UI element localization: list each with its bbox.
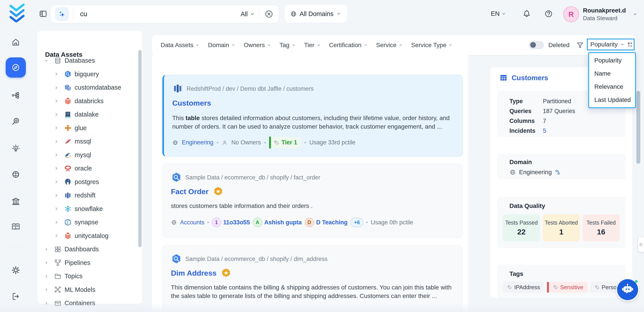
filter-chip[interactable]: Tag: [280, 42, 296, 49]
owner[interactable]: D D Teaching: [305, 218, 348, 227]
tree-item-mysql[interactable]: mysql: [37, 148, 136, 162]
insights-nav[interactable]: [6, 138, 26, 159]
result-card-fact-order[interactable]: Sample Data / ecommerce_db / shopify / f…: [162, 164, 462, 238]
tree-chevron-icon[interactable]: [54, 85, 59, 90]
home-nav[interactable]: [6, 32, 26, 52]
tree-item-dashboards[interactable]: Dashboards: [37, 243, 136, 256]
lineage-nav[interactable]: [6, 85, 26, 105]
sort-option[interactable]: Name: [589, 67, 635, 80]
tree-chevron-icon[interactable]: [54, 71, 59, 77]
filter-chip[interactable]: Owners: [244, 42, 271, 49]
global-search[interactable]: cu All: [50, 5, 279, 23]
language-select[interactable]: EN: [491, 10, 506, 17]
sidebar-toggle-icon[interactable]: [38, 9, 48, 19]
user-avatar[interactable]: R: [563, 6, 579, 22]
tree-chevron-icon[interactable]: [54, 152, 59, 158]
tag-pill[interactable]: IPAddress: [503, 282, 544, 293]
user-menu[interactable]: R Rounakpreet.d Data Steward: [563, 6, 638, 22]
filter-chip[interactable]: Domain: [208, 42, 235, 49]
tree-chevron-icon[interactable]: [54, 98, 59, 104]
tree-item-mssql[interactable]: mssql: [37, 135, 136, 148]
domains-nav[interactable]: [6, 164, 26, 185]
asset-title[interactable]: Customers: [172, 99, 211, 107]
preview-title[interactable]: Customers: [512, 74, 548, 82]
tree-chevron-icon[interactable]: [54, 166, 59, 171]
search-input[interactable]: cu: [80, 10, 87, 18]
result-card-dim-address[interactable]: Sample Data / ecommerce_db / shopify / d…: [162, 245, 462, 312]
tree-chevron-icon[interactable]: [44, 260, 49, 265]
tree-item-pipelines[interactable]: Pipelines: [37, 256, 136, 270]
filter-chip[interactable]: Service Type: [411, 42, 453, 49]
clear-search-icon[interactable]: [264, 9, 274, 19]
tree-item-snowflake[interactable]: snowflake: [37, 202, 136, 216]
tree-chevron-icon[interactable]: [44, 247, 49, 252]
tree-chevron-icon[interactable]: [54, 139, 59, 144]
lineage-link-icon[interactable]: [555, 169, 560, 175]
tree-chevron-icon[interactable]: [44, 58, 49, 63]
explore-nav[interactable]: [6, 57, 26, 78]
tree-item-redshift[interactable]: redshift: [37, 189, 136, 202]
owner[interactable]: A Ashish gupta: [253, 218, 302, 227]
dq-tile[interactable]: Tests Failed 16: [582, 214, 620, 241]
ai-chat-button[interactable]: [617, 279, 638, 300]
tree-item-customdatabase[interactable]: customdatabase: [37, 81, 136, 94]
sort-option[interactable]: Relevance: [589, 80, 635, 93]
filter-chip[interactable]: Tier: [304, 42, 321, 49]
tree-item-synapse[interactable]: synapse: [37, 216, 136, 229]
dq-tile[interactable]: Tests Aborted 1: [543, 214, 580, 241]
owner-avatar: D: [305, 218, 314, 227]
asset-title[interactable]: Dim Address: [171, 269, 216, 277]
asset-title[interactable]: Fact Order: [171, 187, 208, 196]
tree-chevron-icon[interactable]: [44, 274, 49, 279]
glossary-nav[interactable]: [6, 216, 26, 237]
filter-chip[interactable]: Data Assets: [160, 42, 200, 49]
tree-item-topics[interactable]: Topics: [37, 269, 136, 283]
tree-chevron-icon[interactable]: [54, 193, 59, 198]
tier-badge[interactable]: Tier 1: [271, 137, 301, 148]
tree-item-bigquery[interactable]: bigquery: [37, 68, 136, 81]
tree-item-databases[interactable]: Databases: [37, 54, 136, 68]
page-scrollbar[interactable]: [636, 91, 640, 164]
tree-scrollbar[interactable]: [138, 50, 142, 247]
tree-chevron-icon[interactable]: [54, 179, 59, 185]
search-scope-select[interactable]: All: [241, 11, 248, 18]
ai-sparkle-icon[interactable]: [55, 8, 68, 21]
deleted-toggle[interactable]: [529, 41, 544, 49]
owner[interactable]: 1 11o33o55: [212, 218, 250, 227]
notifications-bell-icon[interactable]: [522, 9, 531, 19]
tree-item-databricks[interactable]: databricks: [37, 94, 136, 108]
more-owners-chip[interactable]: +6: [350, 218, 363, 227]
sort-az-icon[interactable]: [627, 41, 634, 48]
tree-item-unitycatalog[interactable]: unitycatalog: [37, 229, 136, 243]
tag-pill[interactable]: Sensitive: [549, 282, 588, 293]
domain-link[interactable]: Accounts: [180, 219, 204, 226]
edge-tab-handle[interactable]: [638, 237, 644, 252]
settings-nav[interactable]: [6, 260, 26, 280]
tree-item-postgres[interactable]: postgres: [37, 175, 136, 189]
tree-chevron-icon[interactable]: [54, 233, 59, 238]
search-scope-chevron-icon[interactable]: [250, 11, 255, 17]
tree-chevron-icon[interactable]: [54, 206, 59, 211]
result-card-customers[interactable]: RedshiftProd / dev / Demo dbt Jaffle / c…: [162, 75, 462, 157]
tree-chevron-icon[interactable]: [44, 287, 49, 292]
help-icon[interactable]: [544, 9, 553, 19]
filter-funnel-icon[interactable]: [576, 41, 584, 49]
tree-item-datalake[interactable]: datalake: [37, 108, 136, 121]
sort-option[interactable]: Last Updated: [589, 93, 635, 106]
sort-option[interactable]: Popularity: [589, 54, 635, 67]
filter-chip[interactable]: Certification: [329, 42, 368, 49]
tree-chevron-icon[interactable]: [54, 125, 59, 131]
tree-chevron-icon[interactable]: [54, 220, 59, 225]
filter-chip[interactable]: Service: [376, 42, 403, 49]
dq-tile[interactable]: Tests Passed 22: [503, 214, 540, 241]
governance-nav[interactable]: [6, 191, 26, 211]
tree-item-ml-models[interactable]: ML Models: [37, 283, 136, 297]
tree-item-glue[interactable]: glue: [37, 121, 136, 135]
sort-dropdown[interactable]: Popularity: [587, 39, 634, 50]
all-domains-filter[interactable]: All Domains: [284, 5, 347, 23]
observability-nav[interactable]: [6, 111, 26, 131]
tree-chevron-icon[interactable]: [54, 112, 59, 117]
tree-item-oracle[interactable]: oracle: [37, 162, 136, 175]
domain-name[interactable]: Engineering: [519, 169, 552, 176]
domain-link[interactable]: Engineering: [182, 139, 213, 146]
